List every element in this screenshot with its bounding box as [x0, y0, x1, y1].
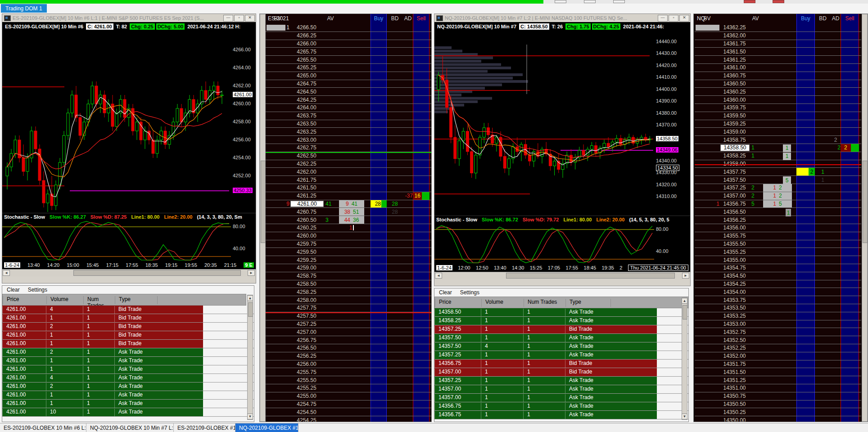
dom-bv-cell[interactable] — [266, 104, 292, 112]
dom-bv-cell[interactable] — [266, 48, 292, 55]
dom-recent-trades-cell[interactable] — [761, 248, 794, 256]
taskbar-tab[interactable]: ES-202109-GLOBEX 10 Min #6 L:1 — [0, 423, 86, 432]
ts-scroll-thumb[interactable] — [683, 305, 687, 320]
dom-price-cell[interactable]: 4257.25 — [289, 320, 324, 328]
dom-recent-trades-cell[interactable] — [761, 416, 794, 422]
dom-ad-cell[interactable]: 2 — [823, 144, 841, 152]
dom-bv-cell[interactable] — [266, 384, 292, 392]
dom-ad-cell[interactable]: 2 — [831, 136, 841, 144]
dom-recent-trades-cell[interactable] — [761, 80, 794, 88]
dom-price-row[interactable]: 4255.00 — [266, 392, 431, 400]
dom-recent-trades-cell[interactable] — [761, 168, 794, 176]
dom-recent-trades-cell[interactable]: 12 — [761, 184, 794, 192]
dom-price-cell[interactable]: 4258.25 — [289, 288, 324, 296]
dom-recent-trades-cell[interactable]: 5 — [761, 176, 794, 184]
dom-price-cell[interactable]: 4266.00 — [289, 40, 324, 48]
dom-recent-trades-cell[interactable] — [337, 320, 366, 328]
dom-price-cell[interactable]: 4262.50 — [289, 152, 324, 160]
dom-price-row[interactable]: 4259.50 — [266, 248, 431, 256]
dom-price-row[interactable]: 4265.00 — [266, 72, 431, 80]
dom-price-cell[interactable]: 14361.25 — [719, 56, 750, 63]
dom-bv-cell[interactable] — [266, 64, 292, 72]
dom-recent-trades-cell[interactable] — [761, 232, 794, 240]
dom-recent-trades-cell[interactable] — [337, 128, 366, 135]
dom-price-row[interactable]: 4261.50 — [266, 184, 431, 192]
dom-price-cell[interactable]: 4259.50 — [289, 248, 324, 256]
dom-recent-trades-cell[interactable] — [337, 400, 366, 408]
dom-recent-trades-cell[interactable]: 1 — [761, 208, 794, 216]
dom-price-row[interactable]: 14352.25 — [695, 344, 861, 352]
ts-column-header[interactable] — [157, 296, 203, 304]
dom-price-row[interactable]: 14352.75 — [695, 328, 861, 336]
dom-recent-trades-cell[interactable] — [761, 240, 794, 248]
dom-price-cell[interactable]: 14357.25 — [719, 184, 750, 192]
dom-price-cell[interactable]: 14359.00 — [719, 128, 750, 135]
dom-price-row[interactable]: 4264.00 — [266, 104, 431, 112]
dom-price-row[interactable]: 4262.00 — [266, 168, 431, 176]
dom-price-row[interactable]: 4260.5034436 — [266, 216, 431, 224]
dom-recent-trades-cell[interactable] — [337, 96, 366, 104]
dom-price-cell[interactable]: 4255.00 — [289, 392, 324, 400]
dom-recent-trades-cell[interactable] — [337, 264, 366, 272]
dom-recent-trades-cell[interactable] — [761, 392, 794, 400]
ts-column-header[interactable]: Price — [435, 299, 481, 307]
ts-column-header[interactable]: Type — [115, 296, 157, 304]
dom-price-cell[interactable]: 4263.75 — [289, 112, 324, 120]
es-stochastic-pane[interactable]: 80.0040.00 — [2, 220, 256, 261]
dom-price-cell[interactable]: 14361.75 — [719, 40, 750, 48]
dom-price-row[interactable]: 4256.00 — [266, 360, 431, 369]
settings-menu-item[interactable]: Settings — [460, 289, 479, 296]
dom-bv-cell[interactable] — [266, 184, 292, 192]
dom-recent-trades-cell[interactable] — [337, 296, 366, 304]
ts-column-header[interactable]: Volume — [481, 299, 524, 307]
dom-price-row[interactable]: 14266.50 — [266, 24, 431, 32]
dom-recent-trades-cell[interactable] — [337, 176, 366, 184]
dom-price-cell[interactable]: 4263.25 — [289, 128, 324, 135]
dom-recent-trades-cell[interactable] — [337, 232, 366, 240]
dom-bv-cell[interactable] — [266, 112, 292, 120]
dom-recent-trades-cell[interactable] — [337, 88, 366, 95]
dom-price-row[interactable]: 4257.00 — [266, 328, 431, 336]
dom-price-cell[interactable]: 14350.50 — [719, 400, 750, 408]
dom-price-row[interactable]: 14355.50 — [695, 240, 861, 248]
dom-price-row[interactable]: 14353.25 — [695, 312, 861, 320]
dom-recent-trades-cell[interactable] — [337, 416, 366, 422]
dom-bv-cell[interactable] — [266, 40, 292, 48]
dom-bv-cell[interactable] — [266, 32, 292, 40]
dom-price-cell[interactable]: 14359.25 — [719, 120, 750, 128]
dom-recent-trades-cell[interactable] — [337, 240, 366, 248]
dom-price-cell[interactable]: 14352.25 — [719, 344, 750, 352]
dom-price-cell[interactable]: 4266.50 — [289, 24, 324, 32]
dom-price-row[interactable]: 4258.25 — [266, 288, 431, 296]
restore-button[interactable]: ▫ — [669, 15, 678, 22]
dom-price-cell[interactable]: 14352.50 — [719, 336, 750, 344]
dom-price-row[interactable]: 14355.75 — [695, 232, 861, 240]
dom-bv-cell[interactable] — [266, 96, 292, 104]
dom-price-row[interactable]: 14352.50 — [695, 336, 861, 344]
dom-buy-order-cell[interactable]: 2 — [796, 168, 815, 176]
es-price-chart[interactable]: 4266.004264.004262.004261.004260.004258.… — [2, 31, 256, 213]
ts-column-header[interactable]: Price — [3, 296, 46, 304]
dom-recent-trades-cell[interactable] — [761, 88, 794, 95]
dom-bv-cell[interactable] — [266, 216, 292, 224]
scroll-left-button[interactable]: ◄ — [435, 273, 442, 279]
dom-price-cell[interactable]: 14351.25 — [719, 376, 750, 384]
dom-recent-trades-cell[interactable] — [337, 328, 366, 336]
scroll-thumb[interactable] — [506, 273, 675, 279]
dom-recent-trades-cell[interactable] — [761, 112, 794, 120]
dom-price-row[interactable]: 4258.75 — [266, 272, 431, 280]
restore-button[interactable]: ▫ — [234, 15, 244, 22]
dom-recent-trades-cell[interactable] — [337, 312, 366, 320]
dom-price-row[interactable]: 4260.251 — [266, 224, 431, 232]
dom-price-row[interactable]: 4259.00 — [266, 264, 431, 272]
dom-price-row[interactable]: 14351.00 — [695, 384, 861, 392]
dom-price-cell[interactable]: 14356.25 — [719, 216, 750, 224]
dom-price-cell[interactable]: 4260.25 — [289, 224, 324, 232]
dom-price-row[interactable]: 4261.75 — [266, 176, 431, 184]
buy-order-box[interactable]: 28 — [371, 200, 381, 208]
dom-bv-cell[interactable] — [266, 72, 292, 80]
scroll-up-button[interactable]: ▲ — [682, 298, 687, 304]
taskbar-tab[interactable]: ES-202109-GLOBEX #10 — [174, 423, 235, 432]
dom-recent-trades-cell[interactable] — [761, 328, 794, 336]
dom-recent-trades-cell[interactable]: 12 — [761, 192, 794, 200]
